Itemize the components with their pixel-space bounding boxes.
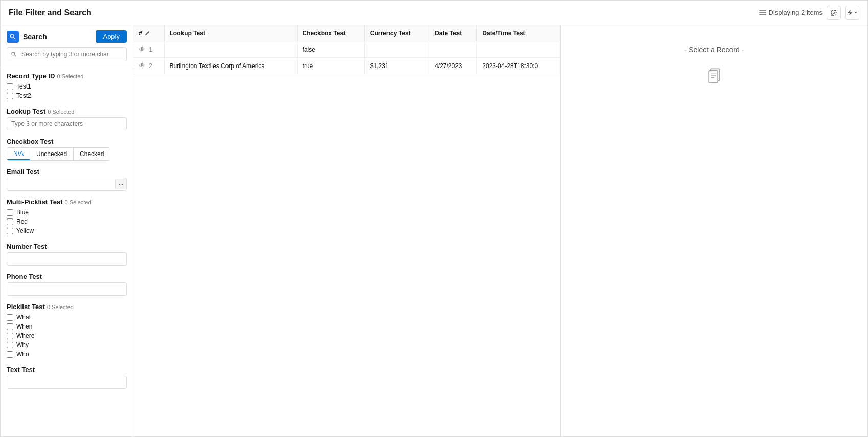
email-test-label: Email Test [7, 168, 127, 176]
row2-checkbox: true [297, 58, 364, 74]
multi-picklist-yellow-checkbox[interactable] [7, 228, 13, 234]
svg-rect-2 [759, 14, 766, 15]
number-test-group: Number Test [7, 243, 127, 266]
phone-test-label: Phone Test [7, 273, 127, 280]
col-checkbox: Checkbox Test [297, 25, 364, 41]
select-record-text: - Select a Record - [684, 46, 744, 54]
displaying-count: Displaying 2 items [759, 9, 823, 17]
toggle-na[interactable]: N/A [7, 148, 30, 160]
row1-checkbox: false [297, 41, 364, 58]
header-right: Displaying 2 items [759, 6, 860, 20]
search-input-wrap [7, 47, 127, 61]
picklist-when: When [7, 322, 127, 331]
toggle-unchecked[interactable]: Unchecked [30, 148, 74, 160]
picklist-when-checkbox[interactable] [7, 323, 13, 330]
search-small-icon [11, 51, 17, 57]
row1-datetime [477, 41, 560, 58]
picklist-who: Who [7, 349, 127, 359]
row1-eye-icon[interactable]: 👁 [139, 46, 145, 53]
col-lookup: Lookup Test [164, 25, 297, 41]
text-test-input[interactable] [7, 376, 127, 389]
number-test-label: Number Test [7, 243, 127, 250]
multi-picklist-blue-checkbox[interactable] [7, 209, 13, 216]
row1-date [429, 41, 477, 58]
row2-date: 4/27/2023 [429, 58, 477, 74]
row2-datetime: 2023-04-28T18:30:0 [477, 58, 560, 74]
search-row: Search Apply [7, 30, 127, 43]
picklist-where-checkbox[interactable] [7, 333, 13, 339]
center-panel: # Lookup Test Checkbox Test Currency Tes… [133, 25, 561, 436]
multi-picklist-sublabel: 0 Selected [65, 199, 92, 205]
lightning-icon [846, 9, 853, 16]
picklist-test-group: Picklist Test 0 Selected What When Where [7, 303, 127, 359]
record-type-test2-checkbox[interactable] [7, 93, 13, 99]
email-input-wrap: ··· [7, 178, 127, 191]
col-currency: Currency Test [364, 25, 429, 41]
record-type-id-group: Record Type ID 0 Selected Test1 Test2 [7, 72, 127, 100]
checkbox-test-label: Checkbox Test [7, 138, 127, 145]
email-test-group: Email Test ··· [7, 168, 127, 191]
svg-point-3 [10, 34, 14, 38]
lightning-button[interactable] [845, 6, 859, 20]
phone-test-input[interactable] [7, 282, 127, 296]
settings-button[interactable] [827, 6, 841, 20]
row2-eye-icon[interactable]: 👁 [139, 62, 145, 70]
app-container: File Filter and Search Displaying 2 item… [0, 0, 868, 437]
lookup-test-sublabel: 0 Selected [48, 108, 74, 115]
text-test-group: Text Test [7, 366, 127, 389]
right-panel: - Select a Record - [561, 25, 867, 436]
record-type-test1-label: Test1 [16, 83, 31, 90]
email-test-input[interactable] [7, 178, 115, 190]
table-header-row: # Lookup Test Checkbox Test Currency Tes… [133, 25, 560, 41]
search-icon [9, 33, 16, 40]
record-type-test2-item: Test2 [7, 91, 127, 100]
picklist-what: What [7, 313, 127, 322]
text-test-label: Text Test [7, 366, 127, 374]
multi-picklist-blue: Blue [7, 208, 127, 217]
picklist-who-checkbox[interactable] [7, 351, 13, 358]
row1-currency [364, 41, 429, 58]
table-row: 👁 1 false [133, 41, 560, 58]
global-search-input[interactable] [7, 47, 127, 61]
picklist-sublabel: 0 Selected [47, 304, 74, 310]
search-section: Search Apply [1, 25, 133, 67]
row1-num: 👁 1 [133, 41, 164, 58]
multi-picklist-yellow: Yellow [7, 226, 127, 235]
record-type-test2-label: Test2 [16, 92, 31, 99]
record-type-id-label: Record Type ID 0 Selected [7, 72, 127, 80]
svg-line-6 [15, 55, 16, 57]
picklist-why-checkbox[interactable] [7, 342, 13, 348]
multi-picklist-red-checkbox[interactable] [7, 218, 13, 225]
multi-picklist-test-label: Multi-Picklist Test 0 Selected [7, 198, 127, 206]
copy-icon [705, 66, 723, 86]
picklist-why: Why [7, 340, 127, 349]
toggle-checked[interactable]: Checked [74, 148, 110, 160]
svg-rect-1 [759, 12, 766, 13]
checkbox-test-toggle-group: N/A Unchecked Checked [7, 147, 110, 161]
lookup-test-group: Lookup Test 0 Selected [7, 107, 127, 130]
row2-lookup: Burlington Textiles Corp of America [164, 58, 297, 74]
svg-line-4 [14, 37, 16, 39]
data-table: # Lookup Test Checkbox Test Currency Tes… [133, 25, 560, 74]
svg-rect-0 [759, 10, 766, 11]
col-date: Date Test [429, 25, 477, 41]
lookup-test-input[interactable] [7, 117, 127, 130]
number-test-input[interactable] [7, 252, 127, 266]
checkbox-test-group: Checkbox Test N/A Unchecked Checked [7, 138, 127, 161]
filter-section: Record Type ID 0 Selected Test1 Test2 [1, 67, 133, 401]
multi-picklist-red: Red [7, 217, 127, 226]
svg-point-5 [12, 52, 15, 55]
header: File Filter and Search Displaying 2 item… [1, 1, 867, 25]
email-lookup-button[interactable]: ··· [115, 179, 126, 189]
gear-icon [830, 9, 837, 16]
col-datetime: Date/Time Test [477, 25, 560, 41]
col-num: # [133, 25, 164, 41]
search-label: Search [23, 33, 92, 41]
picklist-what-checkbox[interactable] [7, 314, 13, 321]
picklist-test-label: Picklist Test 0 Selected [7, 303, 127, 311]
phone-test-group: Phone Test [7, 273, 127, 296]
multi-picklist-test-group: Multi-Picklist Test 0 Selected Blue Red … [7, 198, 127, 235]
main-area: Search Apply Record Type ID [1, 25, 867, 436]
record-type-test1-checkbox[interactable] [7, 83, 13, 90]
apply-button[interactable]: Apply [96, 30, 127, 43]
